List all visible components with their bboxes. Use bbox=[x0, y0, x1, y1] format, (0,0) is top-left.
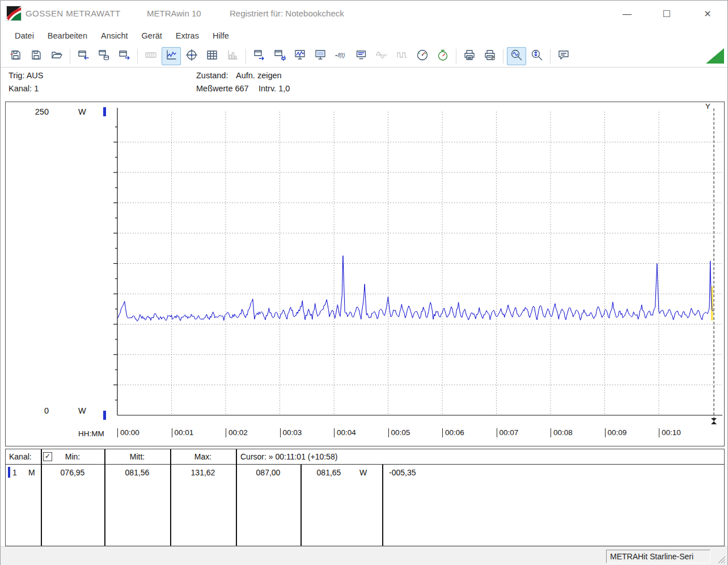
max-header: Max: bbox=[170, 452, 236, 461]
histogram-icon bbox=[226, 49, 239, 64]
app-title: METRAwin 10 bbox=[147, 9, 201, 18]
trigger-status: Trig: AUS bbox=[9, 71, 44, 80]
window-export-icon bbox=[118, 49, 130, 64]
mitt-header: Mitt: bbox=[104, 452, 170, 461]
toolbar-button-window-import[interactable] bbox=[74, 47, 93, 65]
toolbar-button-device-export[interactable] bbox=[249, 47, 269, 65]
annotation-icon bbox=[557, 49, 570, 64]
toolbar-button-db-export[interactable] bbox=[94, 47, 113, 65]
toolbar-button-folder-open[interactable] bbox=[47, 47, 66, 65]
zustand-label: Zustand: bbox=[196, 71, 228, 80]
measurement-table: Kanal: ✓ Min: Mitt: Max: Cursor: » 00:11… bbox=[5, 449, 725, 546]
folder-open-icon bbox=[50, 49, 63, 64]
mitt-value: 081,56 bbox=[104, 468, 170, 477]
x-tick-label: 00:09 bbox=[605, 428, 627, 437]
toolbar-button-device-connect[interactable] bbox=[270, 47, 289, 65]
x-tick-label: 00:08 bbox=[551, 428, 573, 437]
x-tick-label: 00:01 bbox=[172, 428, 194, 437]
menu-bearbeiten[interactable]: Bearbeiten bbox=[41, 28, 94, 43]
live-monitor-icon bbox=[294, 49, 306, 64]
monitor-icon bbox=[314, 49, 327, 64]
zustand-value: Aufn. zeigen bbox=[236, 71, 282, 80]
table-separator bbox=[170, 449, 171, 546]
cursor-header: Cursor: » 00:11:01 (+10:58) bbox=[240, 452, 337, 461]
menu-datei[interactable]: Datei bbox=[9, 28, 40, 43]
app-window: GOSSEN METRAWATT METRAwin 10 Registriert… bbox=[0, 0, 728, 565]
meter-icon bbox=[416, 49, 429, 64]
menu-extras[interactable]: Extras bbox=[170, 28, 205, 43]
print-setup-icon bbox=[484, 49, 496, 64]
toolbar-button-live-monitor[interactable] bbox=[290, 47, 310, 65]
toolbar-button-monitor[interactable] bbox=[311, 47, 330, 65]
x-tick-label: 00:02 bbox=[226, 428, 248, 437]
x-tick-label: 00:04 bbox=[334, 428, 356, 437]
toolbar-button-zoom-amplitude[interactable] bbox=[527, 47, 547, 65]
open-file-icon bbox=[10, 49, 22, 64]
save-file-icon bbox=[30, 49, 43, 64]
toolbar-button-save-file[interactable] bbox=[27, 47, 46, 65]
toolbar-button-histogram bbox=[223, 47, 242, 65]
toolbar-button-open-file[interactable] bbox=[6, 47, 26, 65]
toolbar-button-print[interactable] bbox=[460, 47, 479, 65]
resize-grip[interactable] bbox=[716, 554, 726, 564]
window-import-icon bbox=[77, 49, 90, 64]
menu-ansicht[interactable]: Ansicht bbox=[95, 28, 134, 43]
keyboard-icon bbox=[145, 49, 157, 64]
table-view-icon bbox=[206, 49, 218, 64]
max-value: 131,62 bbox=[170, 468, 236, 477]
toolbar-separator bbox=[550, 49, 551, 64]
min-header: Min: bbox=[41, 452, 104, 461]
menu-bar: DateiBearbeitenAnsichtGerätExtrasHilfe bbox=[1, 27, 727, 45]
toolbar-button-waveform-sine bbox=[372, 47, 391, 65]
channel-mode: M bbox=[28, 468, 35, 477]
title-bar: GOSSEN METRAWATT METRAwin 10 Registriert… bbox=[1, 1, 727, 27]
line-chart-icon bbox=[165, 49, 177, 64]
toolbar-separator bbox=[246, 49, 246, 64]
svg-text:Y: Y bbox=[705, 102, 710, 111]
cursor-unit: W bbox=[359, 468, 367, 477]
registered-for-label: Registriert für: Notebookcheck bbox=[230, 9, 344, 18]
maximize-button[interactable]: ☐ bbox=[654, 6, 680, 22]
status-triangle-icon bbox=[706, 48, 724, 64]
toolbar-button-zoom-time[interactable] bbox=[507, 47, 526, 65]
device-name-field: METRAHit Starline-Seri bbox=[606, 550, 710, 563]
menu-hilfe[interactable]: Hilfe bbox=[206, 28, 235, 43]
toolbar-button-display[interactable] bbox=[352, 47, 371, 65]
cursor-value-a: 087,00 bbox=[236, 468, 300, 477]
x-tick-label: 00:05 bbox=[388, 428, 410, 437]
stopwatch-icon bbox=[437, 49, 449, 64]
waveform-square-icon bbox=[396, 49, 408, 64]
channel-number: 1 bbox=[12, 468, 17, 477]
toolbar-separator bbox=[503, 49, 503, 64]
x-tick-label: 00:00 bbox=[117, 428, 139, 437]
waveform-sine-icon bbox=[375, 49, 388, 64]
close-button[interactable]: ✕ bbox=[695, 6, 721, 22]
device-export-icon bbox=[253, 49, 265, 64]
chart-plot-area[interactable]: Y bbox=[6, 102, 724, 446]
power-trace-chart[interactable]: 250 W 0 W HH:MM Y 00:0000:0100:0200:0300… bbox=[5, 102, 725, 446]
toolbar-button-waveform-square bbox=[392, 47, 412, 65]
x-tick-label: 00:07 bbox=[497, 428, 519, 437]
x-tick-label: 00:06 bbox=[442, 428, 464, 437]
toolbar-button-window-export[interactable] bbox=[115, 47, 134, 65]
status-bar: METRAHit Starline-Seri bbox=[1, 546, 727, 565]
toolbar-separator bbox=[70, 49, 70, 64]
acquisition-status-panel: Trig: AUS Kanal: 1 Zustand: Aufn. zeigen… bbox=[1, 68, 727, 102]
formula-icon: f(t) bbox=[335, 49, 347, 64]
svg-text:f(t): f(t) bbox=[338, 52, 345, 58]
table-header-divider bbox=[6, 464, 724, 465]
toolbar-button-meter[interactable] bbox=[413, 47, 432, 65]
table-separator bbox=[236, 449, 237, 546]
toolbar-button-stopwatch[interactable] bbox=[433, 47, 452, 65]
minimize-button[interactable]: — bbox=[614, 6, 640, 22]
gossen-metrawatt-logo-icon bbox=[6, 6, 22, 21]
toolbar-button-line-chart[interactable] bbox=[162, 47, 181, 65]
toolbar-button-formula[interactable]: f(t) bbox=[331, 47, 350, 65]
table-separator bbox=[104, 449, 105, 546]
toolbar-button-crosshair-chart[interactable] bbox=[182, 47, 201, 65]
toolbar-button-table-view[interactable] bbox=[202, 47, 222, 65]
toolbar-button-annotation[interactable] bbox=[554, 47, 573, 65]
toolbar-button-print-setup[interactable] bbox=[480, 47, 500, 65]
table-separator bbox=[382, 465, 383, 546]
menu-gert[interactable]: Gerät bbox=[136, 28, 168, 43]
